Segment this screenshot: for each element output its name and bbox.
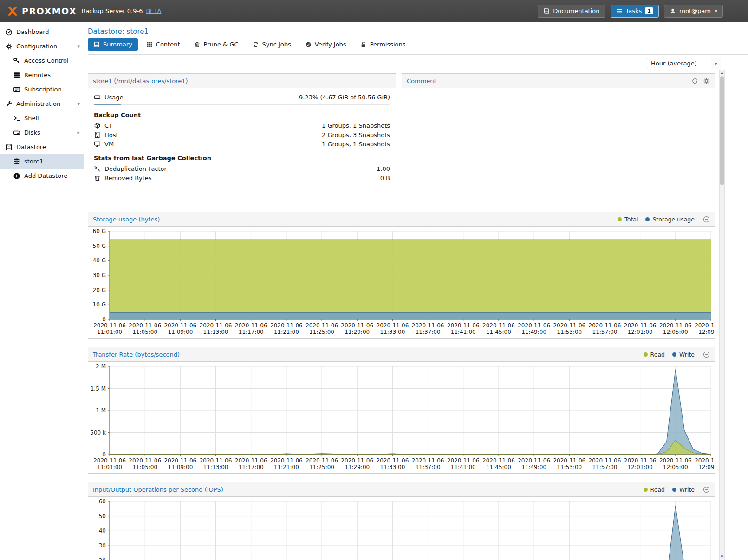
comment-content[interactable] bbox=[402, 88, 715, 206]
collapse-icon[interactable] bbox=[703, 486, 710, 493]
scroll-thumb[interactable] bbox=[720, 76, 724, 185]
svg-text:11:37:00: 11:37:00 bbox=[416, 329, 441, 335]
tab-label: Sync Jobs bbox=[262, 41, 291, 48]
legend-item: Write bbox=[672, 486, 695, 493]
usage-value: 9.23% (4.67 GiB of 50.56 GiB) bbox=[299, 94, 390, 101]
app-title: Backup Server 0.9-6 bbox=[81, 7, 143, 14]
row-value: 1 Groups, 1 Snapshots bbox=[322, 141, 390, 148]
svg-text:11:21:00: 11:21:00 bbox=[274, 464, 299, 470]
tab-label: Content bbox=[156, 41, 180, 48]
scroll-down-button[interactable]: ▼ bbox=[720, 554, 724, 560]
svg-text:11:53:00: 11:53:00 bbox=[557, 329, 582, 335]
svg-text:11:53:00: 11:53:00 bbox=[557, 464, 582, 470]
svg-text:12:09:00: 12:09:00 bbox=[698, 329, 715, 335]
scroll-up-button[interactable]: ▲ bbox=[720, 70, 724, 76]
svg-text:2020-11-06: 2020-11-06 bbox=[518, 457, 550, 464]
sidebar-item-shell[interactable]: Shell bbox=[0, 111, 84, 125]
row-label: CT bbox=[104, 122, 112, 129]
sidebar-item-administration[interactable]: Administration ▾ bbox=[0, 97, 84, 111]
terminal-icon bbox=[13, 115, 20, 122]
svg-text:2020-11-06: 2020-11-06 bbox=[341, 322, 373, 329]
book-icon bbox=[543, 8, 550, 14]
tasks-button[interactable]: Tasks 1 bbox=[611, 5, 659, 18]
storage-usage-chart: 010 G20 G30 G40 G50 G60 G2020-11-0611:01… bbox=[88, 227, 715, 338]
svg-text:60: 60 bbox=[99, 498, 106, 505]
tab-label: Verify Jobs bbox=[315, 41, 346, 48]
tab-sync-jobs[interactable]: Sync Jobs bbox=[247, 38, 297, 51]
toolbar: Hour (average) ▾ bbox=[88, 55, 748, 73]
documentation-label: Documentation bbox=[553, 7, 599, 14]
svg-text:40 G: 40 G bbox=[93, 257, 106, 264]
svg-text:30: 30 bbox=[99, 542, 106, 549]
storage-usage-chart-title: Storage usage (bytes) bbox=[93, 216, 160, 223]
tab-permissions[interactable]: Permissions bbox=[355, 38, 411, 51]
documentation-button[interactable]: Documentation bbox=[538, 5, 605, 18]
svg-text:2020-11-06: 2020-11-06 bbox=[412, 322, 444, 329]
gear-icon[interactable] bbox=[703, 78, 710, 85]
svg-text:2020-11-06: 2020-11-06 bbox=[129, 322, 161, 329]
svg-text:60 G: 60 G bbox=[93, 228, 106, 234]
unlock-icon bbox=[360, 41, 367, 48]
iops-chart-title: Input/Output Operations per Second (IOPS… bbox=[93, 486, 223, 493]
collapse-icon[interactable] bbox=[703, 216, 710, 223]
tab-prune-gc[interactable]: Prune & GC bbox=[189, 38, 244, 51]
svg-text:2020-11-06: 2020-11-06 bbox=[695, 457, 715, 464]
row-label: Removed Bytes bbox=[104, 175, 152, 182]
chevron-down-icon[interactable]: ▾ bbox=[77, 101, 80, 107]
tab-label: Summary bbox=[103, 41, 132, 48]
svg-text:11:29:00: 11:29:00 bbox=[345, 464, 370, 470]
svg-text:11:33:00: 11:33:00 bbox=[380, 329, 405, 335]
proxmox-logo: PROXMOX bbox=[6, 5, 77, 18]
sidebar-item-add-datastore[interactable]: Add Datastore bbox=[0, 169, 84, 183]
svg-text:11:41:00: 11:41:00 bbox=[451, 464, 476, 470]
sidebar-item-store1[interactable]: store1 bbox=[0, 154, 84, 169]
sidebar-item-subscription[interactable]: Subscription bbox=[0, 82, 84, 97]
sidebar-item-label: Shell bbox=[24, 115, 39, 122]
sidebar-item-access-control[interactable]: Access Control bbox=[0, 53, 84, 68]
top-bar: PROXMOX Backup Server 0.9-6 BETA Documen… bbox=[0, 0, 748, 22]
backup-count-row-vm: VM 1 Groups, 1 Snapshots bbox=[94, 139, 390, 149]
sidebar-item-label: Datastore bbox=[16, 143, 46, 150]
panel-header: Transfer Rate (bytes/second) ReadWrite bbox=[88, 347, 715, 362]
user-menu-button[interactable]: root@pam ▾ bbox=[664, 5, 723, 18]
check-circle-icon bbox=[305, 41, 312, 48]
tab-verify-jobs[interactable]: Verify Jobs bbox=[299, 38, 352, 51]
sidebar-item-datastore[interactable]: Datastore bbox=[0, 140, 84, 154]
row-value: 1.00 bbox=[377, 165, 390, 172]
sidebar-item-remotes[interactable]: Remotes bbox=[0, 68, 84, 82]
svg-text:20: 20 bbox=[99, 557, 106, 560]
svg-text:11:45:00: 11:45:00 bbox=[486, 464, 511, 470]
server-stack-icon bbox=[13, 72, 20, 79]
sidebar-item-configuration[interactable]: Configuration ▾ bbox=[0, 39, 84, 53]
svg-text:2020-11-06: 2020-11-06 bbox=[164, 322, 196, 329]
beta-link[interactable]: BETA bbox=[146, 7, 161, 14]
legend-dot-icon bbox=[645, 217, 650, 221]
main-content: Datastore: store1 Summary Content Prune … bbox=[84, 22, 748, 560]
refresh-icon[interactable] bbox=[691, 78, 698, 85]
hdd-icon bbox=[94, 94, 101, 101]
vertical-scrollbar[interactable]: ▲ ▼ bbox=[719, 70, 725, 560]
gears-icon bbox=[5, 43, 13, 50]
chevron-right-icon[interactable]: ▸ bbox=[77, 130, 80, 136]
sidebar-item-dashboard[interactable]: Dashboard bbox=[0, 25, 84, 39]
tab-content[interactable]: Content bbox=[141, 38, 186, 51]
tab-summary[interactable]: Summary bbox=[88, 38, 138, 51]
svg-text:12:09:00: 12:09:00 bbox=[698, 464, 715, 470]
sidebar-item-label: Configuration bbox=[16, 43, 57, 50]
sidebar-item-disks[interactable]: Disks ▸ bbox=[0, 125, 84, 140]
svg-text:2020-11-06: 2020-11-06 bbox=[482, 322, 515, 329]
usage-row: Usage 9.23% (4.67 GiB of 50.56 GiB) bbox=[94, 92, 390, 102]
svg-text:2020-11-06: 2020-11-06 bbox=[624, 457, 657, 464]
collapse-icon[interactable] bbox=[703, 351, 710, 358]
chevron-down-icon[interactable]: ▾ bbox=[77, 43, 80, 49]
svg-text:11:57:00: 11:57:00 bbox=[592, 464, 618, 470]
time-range-select[interactable]: Hour (average) ▾ bbox=[647, 58, 721, 69]
svg-text:50 G: 50 G bbox=[93, 243, 106, 249]
svg-text:2020-11-06: 2020-11-06 bbox=[306, 322, 338, 329]
svg-text:11:29:00: 11:29:00 bbox=[345, 329, 370, 335]
panel-tools bbox=[691, 78, 710, 85]
trash-icon bbox=[194, 41, 201, 48]
gc-row-dedup: Deduplication Factor 1.00 bbox=[94, 164, 390, 173]
svg-text:11:01:00: 11:01:00 bbox=[97, 464, 122, 470]
sidebar-item-label: Remotes bbox=[24, 72, 51, 78]
